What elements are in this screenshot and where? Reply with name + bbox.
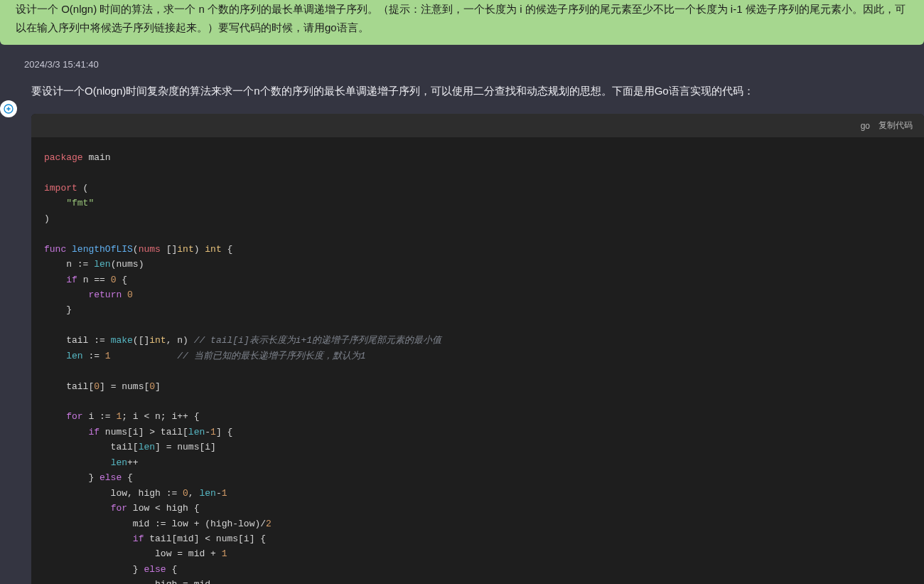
- user-message: 设计一个 O(nlgn) 时间的算法，求一个 n 个数的序列的最长单调递增子序列…: [0, 0, 924, 45]
- user-message-text: 设计一个 O(nlgn) 时间的算法，求一个 n 个数的序列的最长单调递增子序列…: [16, 3, 906, 33]
- code-content[interactable]: package main import ( "fmt" ) func lengt…: [31, 137, 924, 584]
- assistant-message: 2024/3/3 15:41:40 要设计一个O(nlogn)时间复杂度的算法来…: [0, 45, 924, 584]
- code-header: go 复制代码: [31, 114, 924, 137]
- message-timestamp: 2024/3/3 15:41:40: [24, 59, 924, 70]
- code-block: go 复制代码 package main import ( "fmt" ) fu…: [31, 114, 924, 584]
- assistant-intro-text: 要设计一个O(nlogn)时间复杂度的算法来求一个n个数的序列的最长单调递增子序…: [31, 83, 924, 100]
- copy-code-button[interactable]: 复制代码: [879, 120, 913, 132]
- assistant-avatar-icon: [0, 100, 17, 117]
- code-language-label: go: [861, 121, 870, 131]
